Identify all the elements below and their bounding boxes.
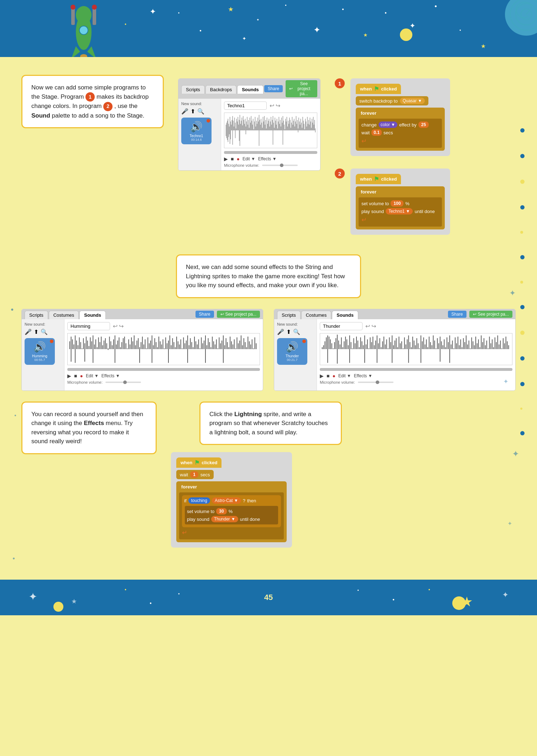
stop-button-1[interactable]: ■ [231, 156, 234, 162]
undo-icon-3[interactable]: ↩ [365, 323, 370, 330]
dot-icon: ● [199, 29, 202, 32]
deco-dot-2: ● [14, 413, 16, 417]
wait-text-1: wait [361, 130, 370, 135]
tab-costumes-3[interactable]: Costumes [301, 311, 332, 319]
effects-dropdown-1[interactable]: Effects ▼ [258, 156, 277, 161]
mic-slider-2[interactable] [105, 382, 141, 383]
sound-name-2: Humming [32, 354, 47, 358]
sound-name-input-2[interactable] [67, 322, 110, 330]
record-button-2[interactable]: ● [80, 373, 83, 379]
sound-thumb-3[interactable]: 🔊 Thunder 00:21.7 [277, 338, 307, 365]
sound-thumb-1[interactable]: 🔊 Techno1 00:14.6 [181, 118, 212, 144]
redo-icon-2[interactable]: ↪ [119, 323, 124, 330]
tab-scripts-2[interactable]: Scripts [25, 311, 48, 319]
color-pill: color ▼ [379, 121, 397, 128]
play-button-3[interactable]: ▶ [320, 373, 324, 379]
scratch-icons-2: 🎤 ⬆ 🔍 [25, 328, 61, 335]
tab-sounds-3[interactable]: Sounds [332, 311, 358, 319]
deco-dot-1: ● [11, 306, 14, 312]
redo-icon-1[interactable]: ↪ [276, 102, 280, 109]
edit-dropdown-2[interactable]: Edit ▼ [86, 373, 99, 378]
section-middle: Next, we can add some sound effects to t… [21, 254, 516, 298]
search-icon-3[interactable]: 🔍 [293, 328, 300, 335]
if-inner: set volume to 30 % play sound Thunder ▼ … [185, 506, 278, 524]
star-icon: • [125, 21, 126, 27]
see-project-button-3[interactable]: ↩ See project pa... [469, 311, 512, 318]
record-button-1[interactable]: ● [236, 156, 239, 162]
share-button-2[interactable]: Share [195, 311, 214, 318]
share-button-1[interactable]: Share [264, 85, 283, 92]
microphone-label-3: Microphone volume: [320, 380, 355, 384]
play-button-2[interactable]: ▶ [67, 373, 71, 379]
upload-icon-2[interactable]: ⬆ [34, 328, 38, 335]
stop-button-2[interactable]: ■ [74, 373, 77, 379]
undo-redo-1: ↩ ↪ [270, 102, 280, 109]
code-panels: 1 when ⚑ clicked switch backdrop to Quas… [335, 78, 450, 240]
tab-costumes-2[interactable]: Costumes [49, 311, 79, 319]
mic-slider-3[interactable] [358, 382, 393, 383]
microphone-icon-2[interactable]: 🎤 [25, 328, 32, 335]
touching-pill: touching [188, 497, 210, 504]
upload-icon-3[interactable]: ⬆ [286, 328, 291, 335]
stop-button-3[interactable]: ■ [327, 373, 329, 379]
see-project-button-1[interactable]: ↩ See project pa... [286, 80, 317, 97]
record-button-3[interactable]: ● [332, 373, 335, 379]
footer-dot-3: ● [178, 592, 180, 595]
upload-icon-1[interactable]: ⬆ [191, 108, 195, 115]
waveform-scroll-2[interactable] [67, 368, 260, 371]
set-volume-row: set volume to 100 % [361, 200, 439, 207]
section-bottom-right: Click the Lightning sprite, and write a … [171, 402, 516, 548]
see-project-button-2[interactable]: ↩ See project pa... [217, 311, 260, 318]
middle-text: Next, we can add some sound effects to t… [186, 264, 345, 289]
new-sound-label-1: New sound: [181, 102, 218, 106]
effects-dropdown-2[interactable]: Effects ▼ [101, 373, 120, 378]
play-sound-text-3: play sound [187, 517, 209, 522]
tab-scripts-3[interactable]: Scripts [277, 311, 301, 319]
microphone-icon-1[interactable]: 🎤 [181, 108, 188, 115]
effects-dropdown-3[interactable]: Effects ▼ [354, 373, 372, 378]
sound-name-1: Techno1 [190, 134, 203, 138]
sound-icon-2: 🔊 [33, 341, 46, 353]
share-button-3[interactable]: Share [448, 311, 466, 318]
arrow-1: ↵ [361, 137, 439, 145]
footer-star-2: ★ [71, 597, 77, 605]
footer-yellow-circle-2 [452, 596, 466, 610]
waveform-scroll-thumb-1 [224, 151, 317, 154]
sound-name-row-1: ↩ ↪ [224, 102, 317, 110]
scratch-sidebar-3: New sound: 🎤 ⬆ 🔍 🔊 Thunder 00:21.7 [274, 319, 317, 390]
microphone-icon-3[interactable]: 🎤 [277, 328, 284, 335]
scratch-ui-1: Scripts Backdrops Sounds Share ↩ See pro… [178, 78, 320, 171]
clicked-text-2: clicked [381, 176, 397, 182]
orange-dot-3 [302, 340, 306, 343]
tab-backdrops-1[interactable]: Backdrops [205, 85, 236, 94]
search-icon-1[interactable]: 🔍 [197, 108, 204, 115]
code-panel-1: when ⚑ clicked switch backdrop to Quasar… [350, 78, 450, 156]
redo-icon-3[interactable]: ↪ [371, 323, 376, 330]
undo-icon-1[interactable]: ↩ [270, 102, 274, 109]
scratch-tab-right-1: Share ↩ See project pa... [264, 80, 317, 99]
mic-slider-1[interactable] [262, 165, 298, 166]
sound-duration-1: 00:14.6 [191, 138, 202, 141]
flag-icon-2: ⚑ [374, 176, 379, 182]
tab-sounds-2[interactable]: Sounds [79, 311, 106, 319]
val-25: 25 [418, 121, 429, 128]
scratch-tab-right-3: Share ↩ See project pa... [448, 311, 512, 319]
sound-thumb-2[interactable]: 🔊 Humming 00:55.7 [25, 338, 55, 365]
edit-dropdown-1[interactable]: Edit ▼ [243, 156, 255, 161]
waveform-scroll-3[interactable] [320, 368, 512, 371]
if-row: if touching Astro-Cat ▼ ? then [183, 497, 280, 504]
search-icon-2[interactable]: 🔍 [41, 328, 48, 335]
undo-icon-2[interactable]: ↩ [113, 323, 118, 330]
star-icon: ✦ [313, 25, 320, 35]
scratch-sidebar-1: New sound: 🎤 ⬆ 🔍 🔊 Techno1 00:14.6 [178, 99, 221, 170]
edit-dropdown-3[interactable]: Edit ▼ [338, 373, 351, 378]
rocket-icon [64, 4, 103, 57]
waveform-scroll-1[interactable] [224, 151, 317, 154]
scratch-sidebar-2: New sound: 🎤 ⬆ 🔍 🔊 Humming 00:55.7 [22, 319, 64, 390]
see-icon-3: ↩ [473, 312, 476, 317]
tab-scripts-1[interactable]: Scripts [181, 85, 205, 94]
sound-name-input-3[interactable] [320, 322, 363, 330]
play-button-1[interactable]: ▶ [224, 156, 228, 162]
sound-name-input-1[interactable] [224, 102, 267, 110]
tab-sounds-1[interactable]: Sounds [237, 85, 264, 94]
